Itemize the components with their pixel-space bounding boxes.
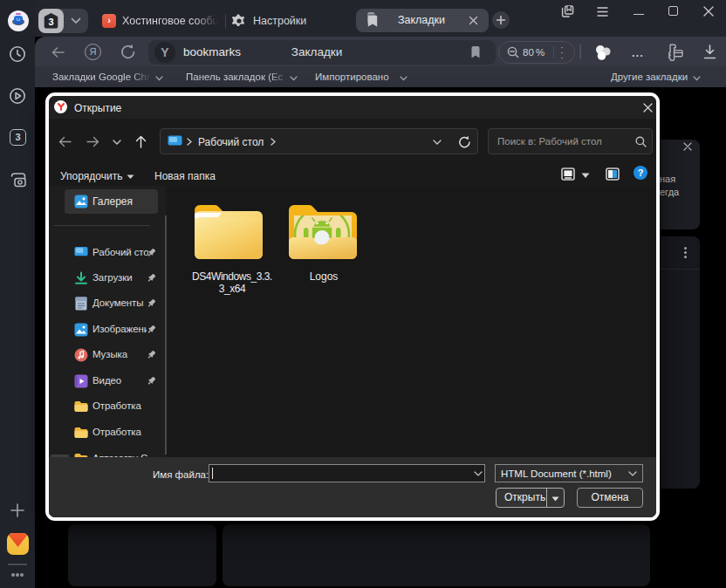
svg-text:3: 3 bbox=[48, 17, 53, 27]
